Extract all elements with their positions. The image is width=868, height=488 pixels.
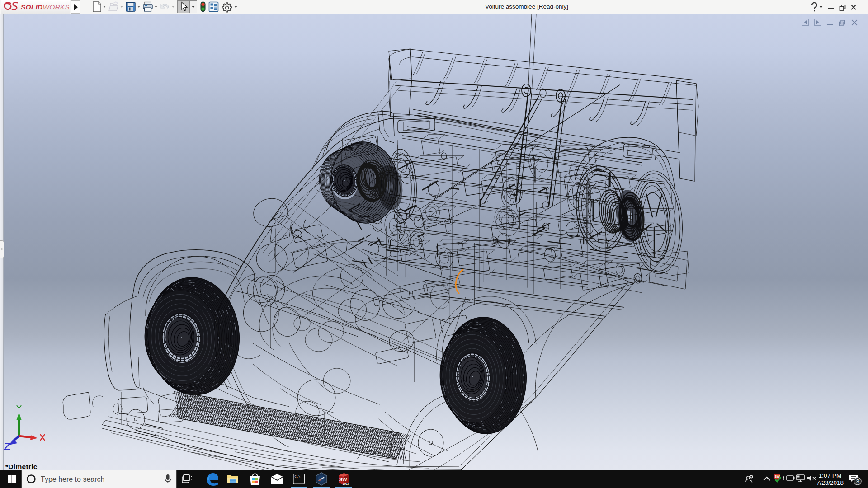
svg-text:2017: 2017 bbox=[343, 482, 349, 485]
svg-text:1:07 PM: 1:07 PM bbox=[819, 472, 841, 479]
svg-text:SW: SW bbox=[775, 475, 780, 478]
svg-text:Type here to search: Type here to search bbox=[41, 475, 104, 483]
svg-text:SW: SW bbox=[339, 477, 347, 482]
svg-text:3: 3 bbox=[856, 479, 859, 485]
svg-text:SOLIDWORKS: SOLIDWORKS bbox=[21, 3, 69, 11]
svg-text:C:\_: C:\_ bbox=[295, 475, 303, 479]
svg-text:7/23/2018: 7/23/2018 bbox=[816, 479, 844, 486]
